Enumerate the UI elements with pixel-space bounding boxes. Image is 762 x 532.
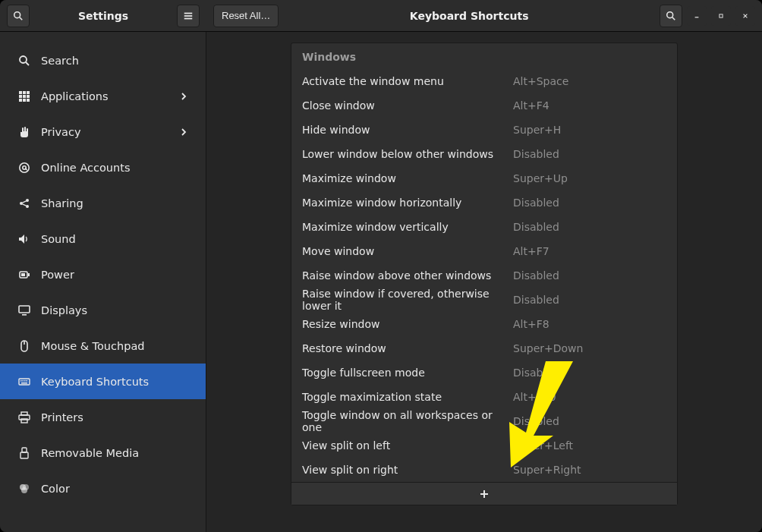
svg-rect-31 bbox=[28, 273, 30, 276]
svg-rect-38 bbox=[20, 380, 22, 382]
shortcut-row[interactable]: View split on rightSuper+Right bbox=[291, 458, 677, 482]
reset-all-button[interactable]: Reset All… bbox=[213, 5, 279, 27]
svg-point-22 bbox=[20, 162, 29, 172]
svg-rect-32 bbox=[21, 273, 25, 276]
color-icon bbox=[18, 483, 41, 495]
svg-rect-37 bbox=[19, 379, 30, 385]
main-content: Windows Activate the window menuAlt+Spac… bbox=[206, 32, 762, 532]
shortcut-row[interactable]: Activate the window menuAlt+Space bbox=[291, 69, 677, 93]
page-title: Keyboard Shortcuts bbox=[281, 10, 657, 22]
svg-rect-8 bbox=[719, 14, 723, 17]
svg-rect-33 bbox=[19, 306, 30, 313]
window-minimize-button[interactable] bbox=[687, 6, 707, 26]
svg-rect-4 bbox=[184, 17, 193, 19]
sidebar-item-privacy[interactable]: Privacy bbox=[0, 114, 206, 150]
shortcut-row[interactable]: View split on leftSuper+Left bbox=[291, 433, 677, 458]
shortcut-accelerator: Alt+F7 bbox=[513, 245, 666, 257]
section-heading: Windows bbox=[291, 43, 677, 69]
svg-rect-20 bbox=[23, 99, 26, 102]
sidebar-item-mouse[interactable]: Mouse & Touchpad bbox=[0, 328, 206, 364]
shortcut-row[interactable]: Toggle maximization stateAlt+F10 bbox=[291, 385, 677, 409]
sidebar: SearchApplicationsPrivacyOnline Accounts… bbox=[0, 32, 206, 532]
shortcut-row[interactable]: Maximize window horizontallyDisabled bbox=[291, 190, 677, 215]
sidebar-item-displays[interactable]: Displays bbox=[0, 292, 206, 328]
svg-rect-39 bbox=[23, 380, 24, 382]
sidebar-item-label: Keyboard Shortcuts bbox=[41, 376, 187, 388]
shortcut-row[interactable]: Close windowAlt+F4 bbox=[291, 93, 677, 118]
svg-line-28 bbox=[23, 203, 27, 205]
shortcut-rows: Activate the window menuAlt+SpaceClose w… bbox=[291, 69, 677, 482]
svg-rect-52 bbox=[480, 493, 488, 495]
sidebar-item-label: Power bbox=[41, 269, 187, 281]
sidebar-item-color[interactable]: Color bbox=[0, 471, 206, 506]
shortcut-accelerator: Disabled bbox=[513, 415, 666, 427]
shortcut-accelerator: Disabled bbox=[513, 197, 666, 209]
shortcut-name: Lower window below other windows bbox=[302, 148, 513, 160]
shortcut-row[interactable]: Move windowAlt+F7 bbox=[291, 239, 677, 263]
shortcut-row[interactable]: Maximize windowSuper+Up bbox=[291, 166, 677, 190]
shortcut-row[interactable]: Raise window if covered, otherwise lower… bbox=[291, 288, 677, 312]
search-button[interactable] bbox=[7, 5, 30, 27]
sidebar-item-applications[interactable]: Applications bbox=[0, 78, 206, 114]
svg-rect-47 bbox=[20, 452, 28, 458]
search-shortcuts-button[interactable] bbox=[660, 5, 682, 27]
apps-icon bbox=[18, 90, 41, 102]
window-maximize-button[interactable] bbox=[711, 6, 731, 26]
window-close-button[interactable] bbox=[735, 6, 755, 26]
shortcut-name: Restore window bbox=[302, 342, 513, 354]
svg-point-50 bbox=[21, 487, 27, 493]
sound-icon bbox=[18, 233, 41, 245]
hand-icon bbox=[18, 126, 41, 138]
svg-marker-29 bbox=[19, 235, 24, 244]
shortcut-row[interactable]: Raise window above other windowsDisabled bbox=[291, 263, 677, 288]
shortcut-name: Maximize window vertically bbox=[302, 221, 513, 233]
shortcut-name: Hide window bbox=[302, 124, 513, 136]
shortcut-name: Resize window bbox=[302, 318, 513, 330]
svg-rect-40 bbox=[24, 380, 26, 382]
shortcut-name: Raise window if covered, otherwise lower… bbox=[302, 288, 513, 312]
sidebar-item-printers[interactable]: Printers bbox=[0, 399, 206, 435]
svg-rect-16 bbox=[19, 95, 22, 98]
sidebar-item-label: Color bbox=[41, 483, 187, 495]
power-icon bbox=[18, 269, 41, 281]
shortcut-accelerator: Disabled bbox=[513, 367, 666, 379]
shortcut-name: Toggle fullscreen mode bbox=[302, 367, 513, 379]
minimize-icon bbox=[694, 12, 699, 20]
shortcut-name: View split on right bbox=[302, 464, 513, 476]
shortcut-name: Maximize window bbox=[302, 172, 513, 184]
shortcut-accelerator: Super+Right bbox=[513, 464, 666, 476]
shortcut-row[interactable]: Toggle fullscreen modeDisabled bbox=[291, 360, 677, 385]
svg-rect-41 bbox=[27, 380, 28, 382]
search-icon bbox=[18, 55, 41, 67]
settings-title: Settings bbox=[32, 10, 175, 22]
sidebar-item-search[interactable]: Search bbox=[0, 42, 206, 78]
add-shortcut-button[interactable] bbox=[291, 482, 677, 505]
shortcut-row[interactable]: Hide windowSuper+H bbox=[291, 118, 677, 142]
sidebar-item-label: Online Accounts bbox=[41, 162, 187, 174]
shortcut-name: Maximize window horizontally bbox=[302, 197, 513, 209]
svg-line-12 bbox=[26, 62, 29, 65]
sidebar-item-sharing[interactable]: Sharing bbox=[0, 185, 206, 221]
hamburger-button[interactable] bbox=[177, 5, 200, 27]
sidebar-item-online-accounts[interactable]: Online Accounts bbox=[0, 150, 206, 185]
svg-rect-2 bbox=[184, 12, 193, 14]
shortcut-name: Move window bbox=[302, 245, 513, 257]
sidebar-item-keyboard[interactable]: Keyboard Shortcuts bbox=[0, 364, 206, 399]
shortcut-accelerator: Disabled bbox=[513, 221, 666, 233]
shortcut-row[interactable]: Resize windowAlt+F8 bbox=[291, 312, 677, 336]
sidebar-item-label: Displays bbox=[41, 304, 187, 316]
shortcut-row[interactable]: Lower window below other windowsDisabled bbox=[291, 142, 677, 166]
sidebar-item-power[interactable]: Power bbox=[0, 257, 206, 292]
shortcut-row[interactable]: Toggle window on all workspaces or oneDi… bbox=[291, 409, 677, 433]
shortcut-accelerator: Disabled bbox=[513, 148, 666, 160]
shortcut-name: Toggle maximization state bbox=[302, 391, 513, 403]
svg-rect-7 bbox=[695, 17, 699, 17]
sidebar-item-label: Sound bbox=[41, 233, 187, 245]
sidebar-item-removable[interactable]: Removable Media bbox=[0, 435, 206, 471]
search-icon bbox=[666, 11, 676, 21]
sidebar-item-label: Search bbox=[41, 55, 187, 67]
shortcut-row[interactable]: Maximize window verticallyDisabled bbox=[291, 215, 677, 239]
sidebar-item-sound[interactable]: Sound bbox=[0, 221, 206, 257]
at-icon bbox=[18, 162, 41, 174]
shortcut-row[interactable]: Restore windowSuper+Down bbox=[291, 336, 677, 360]
